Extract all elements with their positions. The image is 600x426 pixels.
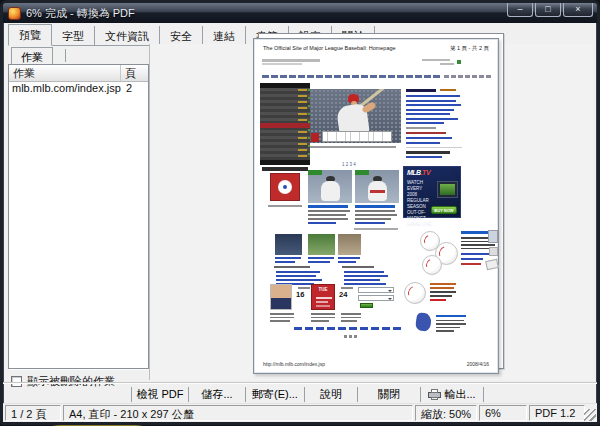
maximize-button[interactable]: □ (535, 3, 561, 17)
doc-header-title: The Official Site of Major League Baseba… (263, 45, 396, 51)
photo-caption (310, 146, 396, 148)
baseball-product (404, 282, 426, 304)
go-button (360, 303, 373, 308)
footer-links (294, 327, 404, 330)
tv-screen (437, 181, 458, 198)
glove-product (415, 312, 432, 332)
buy-now-button: BUY NOW (431, 206, 457, 214)
job-name: mlb.mlb.com/index.jsp (9, 82, 121, 97)
page-dots (344, 335, 357, 338)
story-photo-1 (308, 170, 352, 203)
jobs-list-header: 作業 頁 (9, 65, 148, 82)
resize-grip[interactable] (587, 405, 596, 421)
stat-number-right: 24 (339, 290, 347, 299)
mlbtv-ad: MLB.TV WATCH EVERY 2008 REGULAR SEASON O… (403, 166, 461, 218)
view-pdf-button[interactable]: 檢視 PDF (132, 386, 188, 403)
story-photo-2 (355, 170, 399, 203)
mini-product (489, 247, 498, 256)
jobs-list[interactable]: 作業 頁 mlb.mlb.com/index.jsp 2 (8, 64, 149, 369)
mini-product (485, 259, 499, 270)
status-pdf-version: PDF 1.2 (529, 405, 585, 421)
job-row[interactable]: mlb.mlb.com/index.jsp 2 (9, 82, 148, 97)
app-window: 6% 完成 - 轉換為 PDF – □ × 預覽 字型 文件資訊 安全 連結 書… (0, 0, 600, 425)
printer-icon (428, 389, 441, 400)
player-headshot (270, 284, 292, 310)
tab-document-info[interactable]: 文件資訊 (95, 26, 160, 46)
product-photo-2 (308, 234, 335, 255)
action-button-row: 檢視 PDF 儲存... 郵寄(E)... 說明 關閉 輸出... (131, 386, 484, 403)
dropdown (358, 287, 394, 293)
scoreboard-pager (262, 167, 308, 171)
mlbtv-ad-copy: WATCH EVERY 2008 REGULAR SEASON OUT-OF-M… (407, 180, 439, 228)
app-icon (8, 7, 21, 20)
pdf-page-preview: The Official Site of Major League Baseba… (253, 38, 499, 374)
column-header-pages[interactable]: 頁 (121, 65, 148, 81)
doc-footer-date: 2008/4/16 (467, 361, 489, 367)
tab-preview[interactable]: 預覽 (8, 24, 52, 46)
job-pages: 2 (121, 82, 148, 97)
mlb-red-logo (270, 173, 300, 201)
baseball (422, 255, 442, 275)
mlb-scoreboard (260, 83, 310, 165)
mlbtv-logo: MLB.TV (407, 169, 430, 176)
carousel-pager: 1 2 3 4 (342, 162, 356, 167)
output-button[interactable]: 輸出... (421, 386, 483, 403)
product-photo-1 (275, 234, 302, 255)
titlebar[interactable]: 6% 完成 - 轉換為 PDF – □ × (3, 3, 597, 23)
site-navbar (262, 75, 440, 78)
jobs-subtab-separator (65, 49, 66, 62)
status-paper-size: A4, 直印 - 210 x 297 公釐 (63, 405, 413, 421)
status-bar: 1 / 2 頁 A4, 直印 - 210 x 297 公釐 縮放: 50% 6%… (3, 403, 597, 422)
status-zoom: 縮放: 50% (415, 405, 477, 421)
dropdown (358, 295, 394, 301)
tab-security[interactable]: 安全 (160, 26, 203, 46)
doc-footer-url: http://mlb.mlb.com/index.jsp (263, 361, 325, 367)
site-logo-dot (457, 60, 461, 64)
window-title: 6% 完成 - 轉換為 PDF (26, 6, 135, 21)
main-story-photo (310, 89, 401, 143)
help-button[interactable]: 說明 (305, 386, 357, 403)
doc-header-pagecount: 第 1 頁 - 共 2 頁 (450, 45, 489, 52)
close-dialog-button[interactable]: 關閉 (358, 386, 420, 403)
tab-links[interactable]: 連結 (203, 26, 246, 46)
button-row-divider (3, 382, 597, 384)
linescore-strip (322, 131, 392, 142)
close-button[interactable]: × (563, 3, 593, 17)
minimize-button[interactable]: – (507, 3, 533, 17)
mini-product (488, 230, 498, 243)
tab-fonts[interactable]: 字型 (52, 26, 95, 46)
live-tag (355, 170, 369, 175)
stat-number-left: 16 (296, 290, 304, 299)
column-header-job[interactable]: 作業 (9, 65, 121, 81)
headlines-heading (406, 89, 436, 92)
status-page-count: 1 / 2 頁 (5, 405, 61, 421)
status-progress: 6% (479, 405, 527, 421)
email-button[interactable]: 郵寄(E)... (246, 386, 304, 403)
product-photo-3 (338, 234, 361, 255)
calendar-box: TUE (311, 284, 335, 310)
save-button[interactable]: 儲存... (189, 386, 245, 403)
live-tag (308, 170, 322, 175)
